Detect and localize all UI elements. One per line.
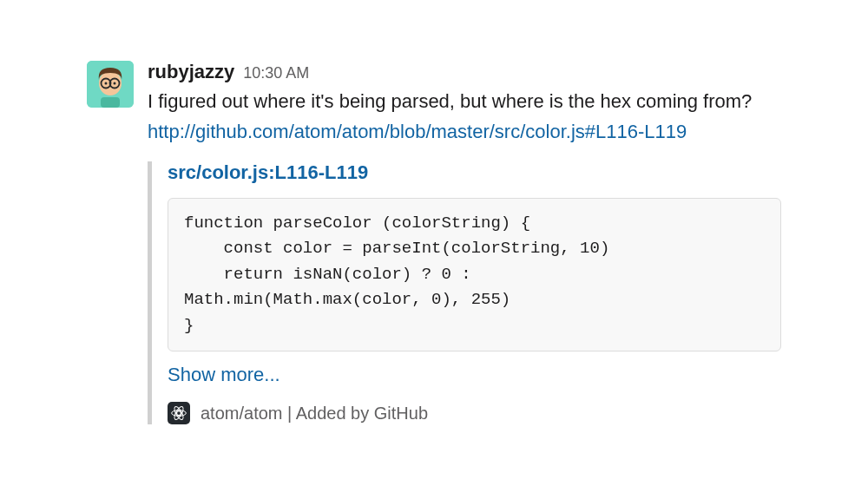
attachment-title[interactable]: src/color.js:L116-L119	[168, 161, 781, 184]
github-link[interactable]: http://github.com/atom/atom/blob/master/…	[148, 121, 687, 142]
svg-point-8	[177, 411, 181, 416]
svg-point-5	[105, 82, 108, 85]
attachment-footer-text: atom/atom | Added by GitHub	[201, 404, 428, 424]
username[interactable]: rubyjazzy	[148, 61, 234, 83]
timestamp[interactable]: 10:30 AM	[243, 64, 309, 82]
message-header: rubyjazzy 10:30 AM	[148, 61, 781, 83]
message-content: rubyjazzy 10:30 AM I figured out where i…	[148, 61, 781, 424]
message-text: I figured out where it's being parsed, b…	[148, 87, 781, 115]
avatar[interactable]	[87, 61, 134, 108]
avatar-illustration	[87, 61, 134, 108]
show-more-button[interactable]: Show more...	[168, 364, 781, 386]
message-link: http://github.com/atom/atom/blob/master/…	[148, 117, 781, 146]
svg-rect-7	[101, 97, 120, 108]
github-icon	[168, 402, 190, 424]
attachment-footer: atom/atom | Added by GitHub	[168, 402, 781, 424]
svg-point-6	[114, 82, 116, 85]
attachment: src/color.js:L116-L119 function parseCol…	[148, 161, 781, 424]
code-block: function parseColor (colorString) { cons…	[168, 198, 781, 351]
message-container: rubyjazzy 10:30 AM I figured out where i…	[0, 0, 868, 424]
